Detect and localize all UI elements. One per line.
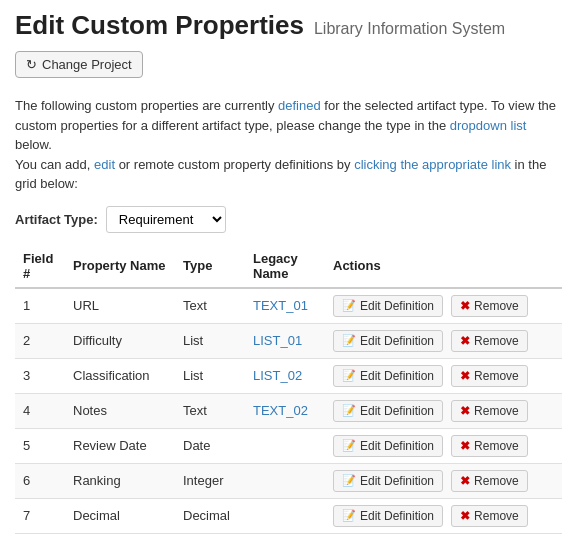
table-body: 1URLTextTEXT_01📝 Edit Definition✖ Remove…	[15, 288, 562, 534]
edit-definition-button[interactable]: 📝 Edit Definition	[333, 330, 443, 352]
actions-cell: 📝 Edit Definition✖ Remove	[333, 435, 554, 457]
actions-cell: 📝 Edit Definition✖ Remove	[333, 470, 554, 492]
cell-legacy	[245, 498, 325, 533]
edit-definition-button[interactable]: 📝 Edit Definition	[333, 365, 443, 387]
remove-icon: ✖	[460, 299, 470, 313]
cell-type: Date	[175, 428, 245, 463]
artifact-type-row: Artifact Type: Requirement Incident Test…	[15, 206, 562, 233]
desc-clicking[interactable]: clicking the appropriate link	[354, 157, 511, 172]
cell-field: 2	[15, 323, 65, 358]
table-row: 5Review DateDate📝 Edit Definition✖ Remov…	[15, 428, 562, 463]
remove-icon: ✖	[460, 509, 470, 523]
cell-type: Integer	[175, 463, 245, 498]
col-header-field: Field #	[15, 245, 65, 288]
remove-button[interactable]: ✖ Remove	[451, 505, 528, 527]
col-header-type: Type	[175, 245, 245, 288]
change-project-label: Change Project	[42, 57, 132, 72]
table-header: Field # Property Name Type Legacy Name A…	[15, 245, 562, 288]
table-row: 2DifficultyListLIST_01📝 Edit Definition✖…	[15, 323, 562, 358]
cell-property: Notes	[65, 393, 175, 428]
cell-field: 3	[15, 358, 65, 393]
artifact-type-select[interactable]: Requirement Incident Test Case Task	[106, 206, 226, 233]
col-header-property: Property Name	[65, 245, 175, 288]
cell-legacy: TEXT_01	[245, 288, 325, 324]
table-row: 3ClassificationListLIST_02📝 Edit Definit…	[15, 358, 562, 393]
table-row: 6RankingInteger📝 Edit Definition✖ Remove	[15, 463, 562, 498]
col-header-legacy: Legacy Name	[245, 245, 325, 288]
remove-button[interactable]: ✖ Remove	[451, 330, 528, 352]
description-block: The following custom properties are curr…	[15, 96, 562, 194]
table-row: 7DecimalDecimal📝 Edit Definition✖ Remove	[15, 498, 562, 533]
remove-icon: ✖	[460, 334, 470, 348]
page-title: Edit Custom Properties	[15, 10, 304, 41]
cell-actions: 📝 Edit Definition✖ Remove	[325, 288, 562, 324]
table-row: 1URLTextTEXT_01📝 Edit Definition✖ Remove	[15, 288, 562, 324]
remove-icon: ✖	[460, 474, 470, 488]
desc-edit: edit	[94, 157, 115, 172]
cell-type: Text	[175, 288, 245, 324]
table-row: 4NotesTextTEXT_02📝 Edit Definition✖ Remo…	[15, 393, 562, 428]
cell-legacy: LIST_02	[245, 358, 325, 393]
cell-actions: 📝 Edit Definition✖ Remove	[325, 463, 562, 498]
cell-legacy	[245, 428, 325, 463]
cell-legacy	[245, 463, 325, 498]
cell-actions: 📝 Edit Definition✖ Remove	[325, 428, 562, 463]
cell-property: Decimal	[65, 498, 175, 533]
remove-button[interactable]: ✖ Remove	[451, 400, 528, 422]
page-header: Edit Custom Properties Library Informati…	[15, 10, 562, 41]
cell-field: 4	[15, 393, 65, 428]
desc-defined: defined	[278, 98, 321, 113]
actions-cell: 📝 Edit Definition✖ Remove	[333, 400, 554, 422]
project-name: Library Information System	[314, 20, 505, 38]
cell-type: List	[175, 323, 245, 358]
remove-icon: ✖	[460, 439, 470, 453]
remove-button[interactable]: ✖ Remove	[451, 295, 528, 317]
cell-field: 7	[15, 498, 65, 533]
remove-icon: ✖	[460, 369, 470, 383]
remove-button[interactable]: ✖ Remove	[451, 470, 528, 492]
remove-button[interactable]: ✖ Remove	[451, 435, 528, 457]
edit-icon: 📝	[342, 299, 356, 312]
col-header-actions: Actions	[325, 245, 562, 288]
edit-definition-button[interactable]: 📝 Edit Definition	[333, 400, 443, 422]
cell-actions: 📝 Edit Definition✖ Remove	[325, 498, 562, 533]
cell-field: 5	[15, 428, 65, 463]
desc-add: You can add,	[15, 157, 94, 172]
edit-icon: 📝	[342, 404, 356, 417]
cell-field: 6	[15, 463, 65, 498]
cell-legacy: LIST_01	[245, 323, 325, 358]
properties-table: Field # Property Name Type Legacy Name A…	[15, 245, 562, 534]
edit-definition-button[interactable]: 📝 Edit Definition	[333, 435, 443, 457]
edit-definition-button[interactable]: 📝 Edit Definition	[333, 295, 443, 317]
cell-actions: 📝 Edit Definition✖ Remove	[325, 358, 562, 393]
artifact-type-label: Artifact Type:	[15, 212, 98, 227]
actions-cell: 📝 Edit Definition✖ Remove	[333, 330, 554, 352]
edit-icon: 📝	[342, 334, 356, 347]
remove-button[interactable]: ✖ Remove	[451, 365, 528, 387]
cell-actions: 📝 Edit Definition✖ Remove	[325, 393, 562, 428]
description-line1: The following custom properties are curr…	[15, 98, 278, 113]
cell-property: Ranking	[65, 463, 175, 498]
actions-cell: 📝 Edit Definition✖ Remove	[333, 295, 554, 317]
cell-property: Classification	[65, 358, 175, 393]
cell-field: 1	[15, 288, 65, 324]
cell-legacy: TEXT_02	[245, 393, 325, 428]
remove-icon: ✖	[460, 404, 470, 418]
edit-definition-button[interactable]: 📝 Edit Definition	[333, 470, 443, 492]
actions-cell: 📝 Edit Definition✖ Remove	[333, 365, 554, 387]
cell-actions: 📝 Edit Definition✖ Remove	[325, 323, 562, 358]
desc-or: or remote custom property definitions by	[115, 157, 354, 172]
change-project-button[interactable]: ↻ Change Project	[15, 51, 143, 78]
cell-property: Review Date	[65, 428, 175, 463]
edit-icon: 📝	[342, 369, 356, 382]
refresh-icon: ↻	[26, 57, 37, 72]
desc-below: below.	[15, 137, 52, 152]
cell-type: List	[175, 358, 245, 393]
desc-dropdown: dropdown list	[450, 118, 527, 133]
cell-type: Decimal	[175, 498, 245, 533]
edit-definition-button[interactable]: 📝 Edit Definition	[333, 505, 443, 527]
cell-type: Text	[175, 393, 245, 428]
edit-icon: 📝	[342, 474, 356, 487]
cell-property: URL	[65, 288, 175, 324]
edit-icon: 📝	[342, 509, 356, 522]
